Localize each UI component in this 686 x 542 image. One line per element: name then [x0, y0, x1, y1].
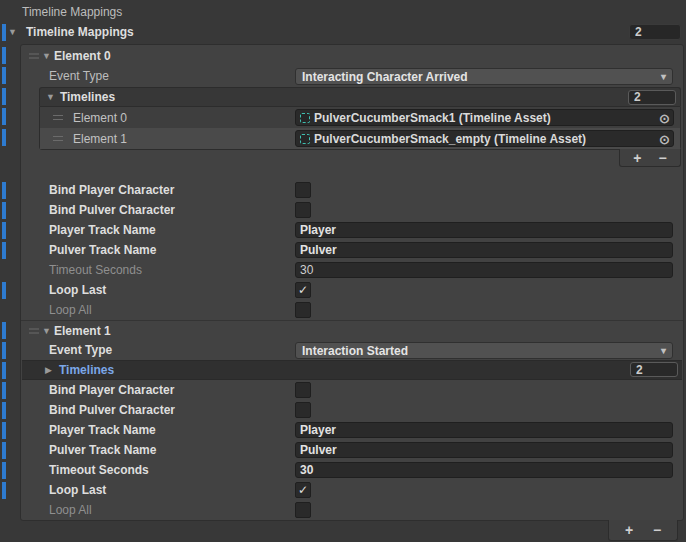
player-track-name-row: Player Track Name: [21, 420, 683, 440]
bind-pulver-character-checkbox[interactable]: [295, 202, 311, 218]
loop-last-row: Loop Last ✓: [21, 280, 683, 300]
prefab-override-bar: [2, 202, 6, 219]
loop-all-row: Loop All: [21, 500, 683, 520]
timeline-mappings-list: ▼ Element 0 Event Type Interacting Chara…: [20, 44, 684, 521]
drag-handle-icon[interactable]: [29, 54, 39, 59]
timelines-size-input[interactable]: [628, 90, 676, 105]
timeout-seconds-input[interactable]: [295, 462, 673, 478]
element-0-header[interactable]: ▼ Element 0: [21, 46, 683, 66]
timeline-object-field[interactable]: PulverCucumberSmack1 (Timeline Asset) ⊙: [295, 109, 674, 126]
timeline-mappings-title[interactable]: Timeline Mappings: [26, 25, 134, 39]
element-0-section: ▼ Element 0 Event Type Interacting Chara…: [21, 46, 683, 320]
prefab-override-bar: [2, 108, 6, 125]
timeline-item-label: Element 0: [73, 111, 127, 125]
remove-element-button[interactable]: −: [649, 523, 665, 537]
event-type-value: Interacting Character Arrived: [302, 70, 468, 84]
event-type-label: Event Type: [49, 69, 109, 83]
loop-all-checkbox[interactable]: [295, 302, 311, 318]
array-size-input[interactable]: [629, 24, 681, 40]
loop-all-label: Loop All: [49, 503, 92, 517]
player-track-name-input[interactable]: [295, 222, 673, 238]
timelines-list-footer: + −: [39, 150, 681, 171]
foldout-open-icon[interactable]: ▼: [42, 51, 51, 61]
prefab-override-bar: [2, 88, 6, 105]
element-1-header[interactable]: ▼ Element 1: [21, 320, 683, 340]
pulver-track-name-input[interactable]: [295, 442, 673, 458]
loop-all-row: Loop All: [21, 300, 683, 320]
prefab-override-bar: [2, 382, 6, 399]
add-element-button[interactable]: +: [621, 523, 637, 537]
timeline-object-value: PulverCucumberSmack1 (Timeline Asset): [314, 111, 551, 125]
timeline-mappings-foldout-row[interactable]: ▼ Timeline Mappings: [0, 22, 686, 42]
timelines-header[interactable]: ▼ Timelines: [39, 87, 681, 106]
timeout-seconds-label: Timeout Seconds: [49, 263, 142, 277]
timeline-asset-icon: [300, 134, 310, 144]
bind-player-character-checkbox[interactable]: [295, 182, 311, 198]
object-picker-icon[interactable]: ⊙: [659, 111, 670, 124]
prefab-override-bar: [2, 282, 6, 299]
timeout-seconds-input[interactable]: [295, 262, 673, 278]
timelines-size-input[interactable]: [630, 362, 678, 377]
drag-handle-icon[interactable]: [53, 115, 63, 120]
bind-player-character-row: Bind Player Character: [21, 380, 683, 400]
event-type-label: Event Type: [49, 343, 112, 357]
prefab-override-bar: [2, 47, 6, 64]
loop-last-checkbox[interactable]: ✓: [295, 282, 311, 298]
timeline-object-field[interactable]: PulverCucumberSmack_empty (Timeline Asse…: [295, 130, 674, 147]
dropdown-arrow-icon: ▾: [661, 345, 666, 356]
prefab-override-bar: [2, 462, 6, 479]
timelines-add-button[interactable]: +: [629, 151, 645, 165]
object-picker-icon[interactable]: ⊙: [659, 132, 670, 145]
bind-pulver-character-label: Bind Pulver Character: [49, 203, 175, 217]
timelines-title[interactable]: Timelines: [59, 363, 114, 377]
foldout-closed-icon[interactable]: ▶: [45, 365, 52, 375]
prefab-override-bar: [2, 129, 6, 146]
property-name-row: Timeline Mappings: [0, 2, 686, 22]
timelines-collapsed-row[interactable]: ▶ Timelines: [21, 360, 683, 380]
element-title: Element 0: [54, 49, 111, 63]
timeout-seconds-label: Timeout Seconds: [49, 463, 149, 477]
event-type-dropdown[interactable]: Interaction Started ▾: [295, 342, 673, 359]
player-track-name-label: Player Track Name: [49, 423, 156, 437]
pulver-track-name-label: Pulver Track Name: [49, 243, 156, 257]
timeline-item-row[interactable]: Element 0 PulverCucumberSmack1 (Timeline…: [40, 107, 680, 128]
timeline-item-label: Element 1: [73, 132, 127, 146]
element-1-section: ▼ Element 1 Event Type Interaction Start…: [21, 320, 683, 520]
prefab-override-bar: [2, 342, 6, 359]
pulver-track-name-label: Pulver Track Name: [49, 443, 156, 457]
player-track-name-label: Player Track Name: [49, 223, 156, 237]
pulver-track-name-row: Pulver Track Name: [21, 240, 683, 260]
bind-pulver-character-checkbox[interactable]: [295, 402, 311, 418]
foldout-open-icon[interactable]: ▼: [46, 92, 55, 102]
bind-pulver-character-row: Bind Pulver Character: [21, 400, 683, 420]
foldout-open-icon[interactable]: ▼: [42, 326, 51, 336]
bind-player-character-checkbox[interactable]: [295, 382, 311, 398]
prefab-override-bar: [2, 422, 6, 439]
loop-last-checkbox[interactable]: ✓: [295, 482, 311, 498]
timeout-seconds-row: Timeout Seconds: [21, 260, 683, 280]
prefab-override-bar: [2, 402, 6, 419]
player-track-name-input[interactable]: [295, 422, 673, 438]
timelines-list: ▼ Timelines Element 0 PulverCucumberSmac…: [39, 87, 681, 171]
check-icon: ✓: [298, 484, 308, 496]
loop-last-row: Loop Last ✓: [21, 480, 683, 500]
foldout-open-icon[interactable]: ▼: [8, 27, 17, 37]
drag-handle-icon[interactable]: [29, 328, 39, 333]
timelines-title[interactable]: Timelines: [60, 90, 115, 104]
event-type-row: Event Type Interaction Started ▾: [21, 340, 683, 360]
loop-all-checkbox[interactable]: [295, 502, 311, 518]
pulver-track-name-input[interactable]: [295, 242, 673, 258]
timeout-seconds-row: Timeout Seconds: [21, 460, 683, 480]
prefab-override-bar: [2, 322, 6, 339]
event-type-row: Event Type Interacting Character Arrived…: [21, 66, 683, 86]
timelines-remove-button[interactable]: −: [655, 151, 671, 165]
check-icon: ✓: [298, 284, 308, 296]
bind-pulver-character-row: Bind Pulver Character: [21, 200, 683, 220]
drag-handle-icon[interactable]: [53, 136, 63, 141]
event-type-dropdown[interactable]: Interacting Character Arrived ▾: [295, 68, 673, 85]
timeline-item-row[interactable]: Element 1 PulverCucumberSmack_empty (Tim…: [40, 128, 680, 149]
element-title: Element 1: [54, 324, 111, 338]
timeline-object-value: PulverCucumberSmack_empty (Timeline Asse…: [314, 132, 586, 146]
prefab-override-bar: [2, 442, 6, 459]
bind-pulver-character-label: Bind Pulver Character: [49, 403, 175, 417]
